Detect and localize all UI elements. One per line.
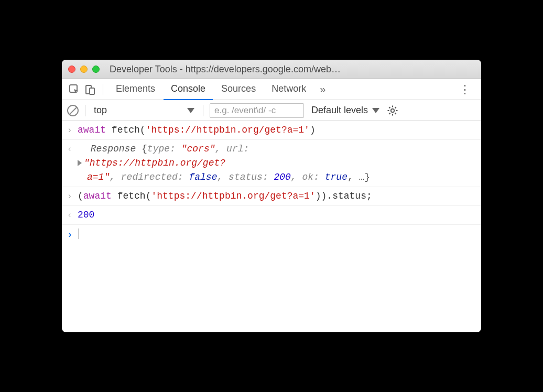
tab-network[interactable]: Network	[264, 79, 313, 100]
maximize-window-button[interactable]	[92, 66, 100, 73]
console-prompt-input[interactable]	[78, 227, 476, 241]
svg-line-9	[395, 113, 396, 114]
text-cursor	[79, 228, 79, 239]
inspect-element-icon[interactable]	[67, 82, 82, 97]
chevron-down-icon	[187, 108, 194, 113]
console-output-row: › 200	[62, 206, 481, 225]
console-object[interactable]: Response {type: "cors", url: "https://ht…	[78, 142, 476, 184]
devtools-window: Developer Tools - https://developers.goo…	[62, 60, 481, 332]
svg-rect-2	[90, 88, 94, 94]
tab-console[interactable]: Console	[164, 79, 213, 100]
svg-line-8	[389, 107, 390, 108]
log-levels-select[interactable]: Default levels	[311, 105, 379, 116]
console-toolbar: top Default levels	[62, 100, 481, 121]
svg-point-3	[391, 108, 394, 112]
console-code: (await fetch('https://httpbin.org/get?a=…	[78, 189, 476, 203]
more-tabs-button[interactable]: »	[314, 83, 331, 95]
console-input-row: › await fetch('https://httpbin.org/get?a…	[62, 121, 481, 140]
console-prompt-row[interactable]: ›	[62, 225, 481, 244]
output-marker-icon: ›	[67, 208, 78, 222]
console-body[interactable]: › await fetch('https://httpbin.org/get?a…	[62, 121, 481, 332]
close-window-button[interactable]	[68, 66, 75, 73]
input-marker-icon: ›	[67, 123, 78, 137]
console-output-row: › Response {type: "cors", url: "https://…	[62, 140, 481, 187]
svg-line-10	[389, 113, 390, 114]
separator	[103, 84, 103, 95]
chevron-down-icon	[372, 108, 379, 113]
minimize-window-button[interactable]	[80, 66, 88, 73]
execution-context-select[interactable]: top	[92, 105, 197, 116]
prompt-marker-icon: ›	[67, 227, 78, 242]
tab-elements[interactable]: Elements	[108, 79, 162, 100]
console-input-row: › (await fetch('https://httpbin.org/get?…	[62, 187, 481, 206]
expand-object-icon[interactable]	[78, 160, 82, 166]
output-marker-icon: ›	[67, 142, 78, 156]
devtools-tabbar: Elements Console Sources Network » ⋮	[62, 79, 481, 100]
device-toolbar-icon[interactable]	[83, 82, 97, 97]
window-title: Developer Tools - https://developers.goo…	[110, 64, 475, 75]
devtools-menu-button[interactable]: ⋮	[455, 83, 476, 96]
context-label: top	[94, 105, 107, 116]
input-marker-icon: ›	[67, 189, 78, 203]
console-code: await fetch('https://httpbin.org/get?a=1…	[78, 123, 476, 137]
filter-input[interactable]	[210, 103, 304, 118]
titlebar: Developer Tools - https://developers.goo…	[62, 60, 481, 79]
svg-line-11	[395, 107, 396, 108]
separator	[203, 105, 203, 116]
console-result: 200	[78, 208, 476, 222]
separator	[85, 105, 85, 116]
clear-console-icon[interactable]	[67, 105, 79, 116]
console-settings-icon[interactable]	[387, 105, 398, 116]
tab-sources[interactable]: Sources	[214, 79, 263, 100]
levels-label: Default levels	[311, 105, 368, 116]
